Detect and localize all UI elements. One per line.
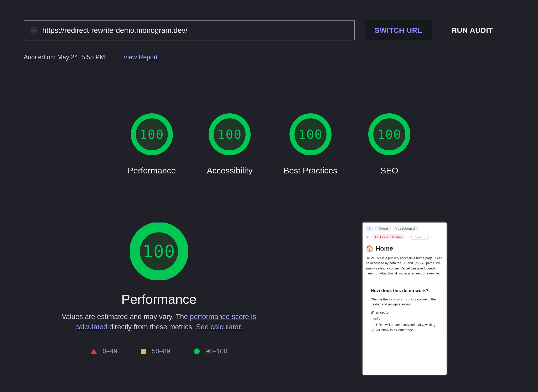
score-legend: 0–49 50–89 90–100 (91, 347, 227, 355)
score-value: 100 (131, 113, 173, 155)
score-value: 100 (289, 113, 332, 155)
switch-url-button[interactable]: SWITCH URL (365, 20, 432, 40)
audited-on: Audited on: May 24, 5:55 PM (24, 54, 105, 61)
vertical-divider (294, 230, 294, 369)
divider (24, 196, 514, 196)
score-label: Accessibility (207, 166, 252, 176)
preview-cookie-name: my-router-cookie (373, 234, 405, 239)
score-best-practices[interactable]: 100 Best Practices (283, 113, 337, 176)
view-report-link[interactable]: View Report (123, 54, 158, 61)
see-calculator-link[interactable]: See calculator. (196, 323, 242, 331)
detail-description: Values are estimated and may vary. The p… (62, 312, 256, 332)
preview-tab-root: / (366, 226, 373, 231)
preview-page-title: 🏠 Home (366, 245, 443, 252)
score-value: 100 (368, 113, 410, 155)
score-summary: 100 Performance 100 Accessibility 100 Be… (24, 113, 514, 176)
score-label: SEO (380, 166, 398, 176)
preview-tab-home: /home (375, 226, 391, 231)
house-icon: 🏠 (366, 245, 374, 252)
preview-tab-dashboard: /dashboard (393, 226, 417, 231)
performance-detail: 100 Performance Values are estimated and… (24, 223, 294, 375)
page-screenshot: / /home /dashboard Set my-router-cookie … (363, 223, 447, 375)
preview-body-text: Hello! This is a publicly accessible hom… (366, 256, 443, 276)
score-label: Performance (128, 166, 176, 176)
triangle-icon (91, 349, 97, 354)
preview-null-select: null▾ (411, 234, 429, 240)
preview-info-card: How does this demo work? Change the my-r… (366, 283, 443, 338)
square-icon (141, 349, 146, 354)
globe-icon (30, 27, 37, 34)
score-seo[interactable]: 100 SEO (368, 113, 410, 176)
detail-score-value: 100 (130, 223, 188, 280)
score-accessibility[interactable]: 100 Accessibility (207, 113, 252, 176)
score-performance[interactable]: 100 Performance (128, 113, 176, 176)
run-audit-button[interactable]: RUN AUDIT (442, 20, 502, 40)
score-value: 100 (209, 113, 251, 155)
detail-title: Performance (121, 292, 196, 307)
score-label: Best Practices (283, 166, 337, 176)
url-input[interactable]: https://redirect-rewrite-demo.monogram.d… (24, 20, 355, 40)
url-text: https://redirect-rewrite-demo.monogram.d… (42, 26, 187, 35)
circle-icon (194, 348, 200, 354)
